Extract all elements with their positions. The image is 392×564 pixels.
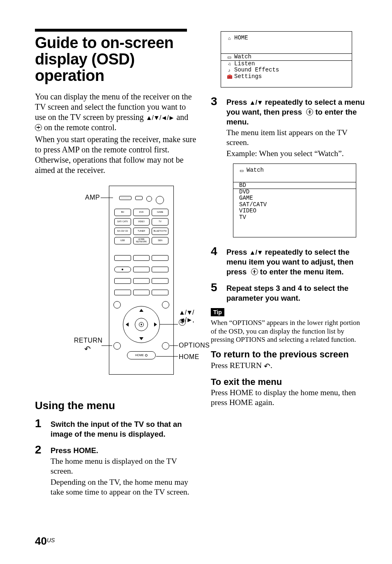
tip-badge: Tip — [211, 308, 224, 316]
return-text: Press RETURN ↶. — [211, 361, 367, 371]
home-button: HOME — [127, 351, 156, 359]
step-number: 2 — [35, 444, 45, 498]
step-number: 3 — [211, 96, 221, 159]
step-1-instruction: Switch the input of the TV so that an im… — [51, 419, 198, 439]
lead-amp — [101, 198, 113, 198]
label-enter — [179, 319, 186, 327]
osd-watch-item-satcatv: SAT/CATV — [239, 202, 350, 208]
return-heading: To return to the previous screen — [211, 350, 367, 359]
page-title: Guide to on-screen display (OSD) operati… — [35, 35, 198, 84]
page-number: 40US — [35, 535, 55, 548]
tip-text: When “OPTIONS” appears in the lower righ… — [211, 319, 367, 344]
source-button-grid: BD DVD GAME SAT/ CATV VIDEO TV SA-CD/ CD… — [114, 209, 168, 244]
osd-watch-item-video: VIDEO — [239, 208, 350, 214]
using-menu-heading: Using the menu — [35, 399, 198, 412]
options-button — [162, 342, 169, 350]
two-columns: Guide to on-screen display (OSD) operati… — [35, 29, 367, 502]
step-3-body2: Example: When you select “Watch”. — [226, 149, 367, 159]
nav-arrows-glyph: ▲/▼/◄/► — [146, 114, 175, 121]
btn-satcatv: SAT/ CATV — [114, 218, 131, 226]
step-2-instruction: Press HOME. — [51, 446, 198, 456]
return-button — [113, 342, 121, 350]
left-column: Guide to on-screen display (OSD) operati… — [35, 29, 198, 502]
osd-watch-item-tv: TV — [239, 214, 350, 221]
remote-diagram: BD DVD GAME SAT/ CATV VIDEO TV SA-CD/ CD… — [35, 186, 198, 387]
heading-rule — [35, 29, 187, 32]
btn-usb: USB — [114, 237, 131, 244]
step-number: 5 — [211, 282, 221, 304]
intro-paragraph-2: When you start operating the receiver, m… — [35, 134, 198, 175]
step-4: 4 Press ▲/▼ repeatedly to select the men… — [211, 246, 367, 278]
exit-heading: To exit the menu — [211, 377, 367, 387]
lead-options — [170, 345, 178, 346]
lead-home — [156, 356, 178, 357]
plain-row-3 — [114, 278, 168, 284]
btn-tuner: TUNER — [133, 228, 150, 235]
plain-row-2 — [114, 267, 168, 272]
osd-watch-title: ▭Watch — [239, 167, 350, 173]
btn-bd: BD — [114, 209, 131, 216]
case-icon: 🧰 — [227, 74, 232, 79]
side-button-left — [113, 301, 121, 308]
btn-bluetooth: BLUETOOTH — [152, 228, 168, 235]
music-icon: ♫ — [227, 61, 232, 66]
btn-tv: TV — [152, 218, 168, 226]
right-column: ⌂HOME ▭Watch ♫Listen ♪Sound Effects 🧰Set… — [211, 29, 367, 502]
btn-sen: SEN — [152, 237, 168, 244]
step-2-body1: The home menu is displayed on the TV scr… — [51, 456, 198, 477]
osd-home-selected: ▭Watch — [227, 54, 346, 60]
remote-top-row — [109, 196, 173, 204]
lead-nav — [159, 324, 178, 325]
directional-pad — [123, 306, 160, 343]
label-home: HOME — [179, 353, 199, 361]
plain-row-1 — [114, 255, 168, 261]
osd-watch-item-dvd: DVD — [239, 189, 350, 195]
step-2: 2 Press HOME. The home menu is displayed… — [35, 444, 198, 498]
remote-outline: BD DVD GAME SAT/ CATV VIDEO TV SA-CD/ CD… — [109, 186, 174, 375]
manual-page: Guide to on-screen display (OSD) operati… — [0, 0, 392, 564]
btn-sacdcd: SA-CD/ CD — [114, 228, 131, 235]
step-4-instruction: Press ▲/▼ repeatedly to select the menu … — [226, 247, 367, 277]
label-amp: AMP — [85, 194, 100, 201]
step-3-body1: The menu item list appears on the TV scr… — [226, 128, 367, 148]
step-3-instruction: Press ▲/▼ repeatedly to select a menu yo… — [226, 97, 367, 127]
label-return: RETURN — [74, 337, 103, 344]
step-5-instruction: Repeat steps 3 and 4 to select the param… — [226, 283, 367, 303]
top-button-2 — [135, 196, 143, 200]
step-2-body2: Depending on the TV, the home menu may t… — [51, 477, 198, 497]
step-number: 4 — [211, 246, 221, 278]
amp-button-shape — [119, 196, 131, 200]
top-button-3 — [146, 196, 152, 202]
enter-button — [135, 318, 148, 331]
osd-home-item-settings: 🧰Settings — [227, 74, 346, 80]
osd-home-box: ⌂HOME ▭Watch ♫Listen ♪Sound Effects 🧰Set… — [221, 31, 352, 87]
tv-icon: ▭ — [227, 55, 232, 60]
label-options: OPTIONS — [179, 342, 210, 349]
label-return-glyph: ↶ — [84, 345, 91, 352]
page-locale: US — [47, 537, 55, 543]
btn-dvd: DVD — [133, 209, 150, 216]
osd-home-item-sound: ♪Sound Effects — [227, 67, 346, 73]
side-button-right — [162, 301, 169, 308]
plain-row-4 — [114, 290, 168, 295]
tv-icon: ▭ — [239, 168, 244, 173]
osd-watch-box: ▭Watch BD DVD GAME SAT/CATV VIDEO TV — [233, 163, 356, 237]
btn-homenetwork: HOME NETWORK — [133, 237, 150, 244]
intro-paragraph-1: You can display the menu of the receiver… — [35, 92, 198, 133]
btn-game: GAME — [152, 209, 168, 216]
exit-text: Press HOME to display the home menu, the… — [211, 388, 367, 408]
intro-text-1b: and — [174, 113, 190, 122]
page-number-value: 40 — [35, 535, 47, 547]
btn-video: VIDEO — [133, 218, 150, 226]
step-number: 1 — [35, 418, 45, 440]
top-button-4 — [156, 196, 164, 204]
step-3: 3 Press ▲/▼ repeatedly to select a menu … — [211, 96, 367, 159]
enter-icon — [35, 124, 42, 131]
step-5: 5 Repeat steps 3 and 4 to select the par… — [211, 282, 367, 304]
osd-watch-item-game: GAME — [239, 195, 350, 201]
osd-home-title: ⌂HOME — [227, 35, 346, 41]
intro-text-1c: on the remote control. — [42, 123, 117, 132]
osd-watch-selected: BD — [239, 182, 350, 189]
note-icon: ♪ — [227, 68, 232, 73]
lead-return — [101, 345, 112, 346]
